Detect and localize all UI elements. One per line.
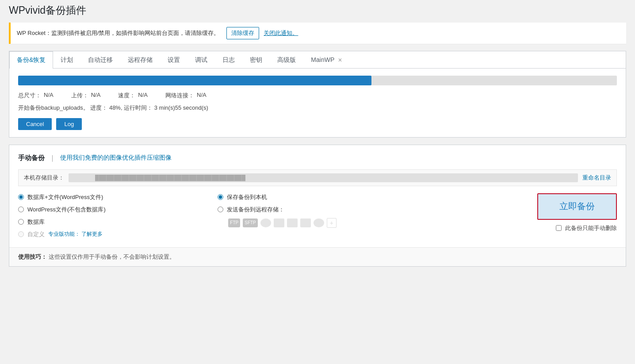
progress-message: 开始备份backup_uploads。 进度： 48%, 运行时间： 3 min…: [18, 104, 617, 112]
manual-only-row: 此备份只能手动删除: [556, 224, 617, 232]
dropbox-icon: [274, 218, 284, 227]
backup-now-button[interactable]: 立即备份: [537, 193, 617, 220]
radio-send-remote-input[interactable]: [218, 207, 223, 212]
radio-db-files[interactable]: 数据库+文件(WordPress文件): [18, 193, 209, 201]
progress-stats: 总尺寸： N/A 上传： N/A 速度： N/A 网络连接： N/A: [18, 92, 617, 100]
stat-network: 网络连接： N/A: [165, 92, 207, 100]
stat-speed: 速度： N/A: [118, 92, 148, 100]
pro-badge: 专业版功能： 了解更多: [48, 230, 103, 238]
rename-dir-link[interactable]: 重命名目录: [582, 174, 611, 182]
radio-db-files-input[interactable]: [18, 194, 24, 200]
sftp-icon: SFTP: [243, 218, 258, 227]
manual-only-checkbox[interactable]: [556, 225, 562, 231]
tab-mainwp[interactable]: MainWP ✕: [303, 51, 350, 69]
log-button[interactable]: Log: [56, 118, 82, 130]
manual-only-label: 此备份只能手动删除: [565, 224, 617, 232]
pro-link[interactable]: 了解更多: [81, 231, 103, 237]
radio-db-only[interactable]: 数据库: [18, 218, 209, 226]
clear-cache-button[interactable]: 清除缓存: [226, 27, 259, 39]
tab-settings[interactable]: 设置: [160, 51, 187, 69]
promo-link[interactable]: 使用我们免费的的图像优化插件压缩图像: [60, 154, 172, 162]
radio-custom-input: [18, 231, 24, 237]
radio-send-remote[interactable]: 发送备份到远程存储：: [218, 206, 408, 214]
notice-text: WP Rocket：监测到插件被启用/禁用，如插件影响网站前台页面，请清除缓存。: [17, 29, 219, 37]
notice-actions: 清除缓存 关闭此通知。: [226, 27, 298, 39]
backup-type-col: 数据库+文件(WordPress文件) WordPress文件(不包含数据库) …: [18, 193, 218, 238]
cancel-button[interactable]: Cancel: [18, 118, 52, 130]
tab-key[interactable]: 密钥: [242, 51, 270, 69]
storage-dir-row: 本机存储目录： ████████████████████████████████…: [18, 169, 617, 186]
notice-banner: WP Rocket：监测到插件被启用/禁用，如插件影响网站前台页面，请清除缓存。…: [9, 23, 626, 44]
manual-title-bar: 手动备份 ｜ 使用我们免费的的图像优化插件压缩图像: [18, 154, 617, 162]
tips-label: 使用技巧：: [18, 253, 47, 260]
tab-schedule[interactable]: 计划: [53, 51, 80, 69]
options-grid: 数据库+文件(WordPress文件) WordPress文件(不包含数据库) …: [18, 193, 617, 238]
tab-auto-migrate[interactable]: 自动迁移: [80, 51, 120, 69]
tab-debug[interactable]: 调试: [187, 51, 215, 69]
tab-log[interactable]: 日志: [215, 51, 242, 69]
tab-pro[interactable]: 高级版: [270, 51, 303, 69]
storage-options-group: 保存备份到本机 发送备份到远程存储： FTP SFTP +: [218, 193, 408, 228]
page-title: WPvivid备份插件: [0, 0, 635, 17]
ftp-icon: FTP: [228, 218, 240, 227]
main-content: 备份&恢复 计划 自动迁移 远程存储 设置 调试 日志 密钥: [9, 51, 626, 138]
s3-icon: [260, 218, 271, 227]
tips-bar: 使用技巧： 这些设置仅作用于手动备份，不会影响计划设置。: [9, 247, 626, 266]
tab-remote-storage[interactable]: 远程存储: [120, 51, 160, 69]
tab-backup-restore[interactable]: 备份&恢复: [9, 51, 53, 69]
storage-dir-label: 本机存储目录：: [24, 174, 64, 182]
add-storage-icon[interactable]: +: [327, 218, 337, 228]
radio-files-only-input[interactable]: [18, 207, 24, 212]
progress-section: 总尺寸： N/A 上传： N/A 速度： N/A 网络连接： N/A 开始备份b…: [9, 69, 626, 137]
progress-bar-fill: [18, 76, 371, 85]
radio-save-local[interactable]: 保存备份到本机: [218, 193, 408, 201]
tabs-bar: 备份&恢复 计划 自动迁移 远程存储 设置 调试 日志 密钥: [9, 51, 626, 69]
stat-total-size: 总尺寸： N/A: [18, 92, 54, 100]
page-wrapper: WPvivid备份插件 WP Rocket：监测到插件被启用/禁用，如插件影响网…: [0, 0, 635, 364]
radio-custom: 自定义 专业版功能： 了解更多: [18, 230, 209, 238]
radio-db-only-input[interactable]: [18, 219, 24, 225]
storage-dir-value: ████████████████████████████████████████: [69, 173, 578, 182]
stat-upload: 上传： N/A: [71, 92, 101, 100]
manual-backup-section: 手动备份 ｜ 使用我们免费的的图像优化插件压缩图像 本机存储目录： ██████…: [9, 145, 626, 267]
storage-options-col: 保存备份到本机 发送备份到远程存储： FTP SFTP +: [218, 193, 417, 238]
manual-title: 手动备份: [18, 154, 45, 162]
b2-icon: [300, 218, 311, 227]
onedrive-icon: [314, 218, 324, 227]
dismiss-notice-button[interactable]: 关闭此通知。: [264, 29, 298, 37]
tab-mainwp-close[interactable]: ✕: [338, 57, 342, 63]
title-separator: ｜: [49, 154, 56, 162]
remote-storage-icons: FTP SFTP +: [228, 218, 408, 228]
backup-btn-col: 立即备份 此备份只能手动删除: [417, 193, 617, 238]
progress-bar-container: [18, 76, 617, 85]
backup-type-group: 数据库+文件(WordPress文件) WordPress文件(不包含数据库) …: [18, 193, 209, 238]
radio-files-only[interactable]: WordPress文件(不包含数据库): [18, 206, 209, 214]
tips-text: 这些设置仅作用于手动备份，不会影响计划设置。: [49, 253, 175, 260]
radio-save-local-input[interactable]: [218, 194, 223, 200]
drive-icon: [287, 218, 298, 227]
progress-buttons: Cancel Log: [18, 118, 617, 130]
